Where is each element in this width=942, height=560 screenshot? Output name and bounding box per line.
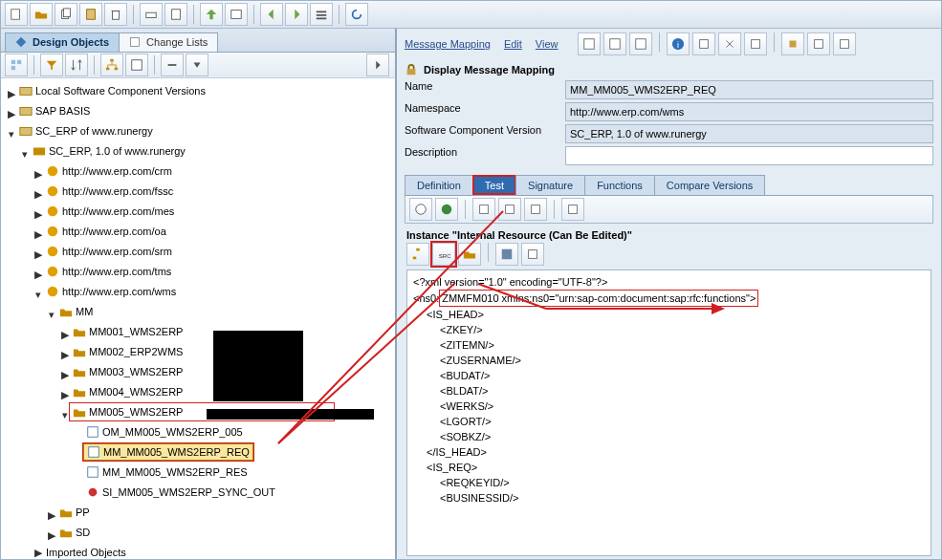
refresh-button[interactable] [345,3,368,26]
filter-button[interactable] [40,54,63,76]
tab-compare[interactable]: Compare Versions [654,175,766,195]
down-button[interactable] [186,54,208,76]
forward-button[interactable] [285,3,308,26]
twisty-icon[interactable]: ▾ [33,286,43,303]
twisty-icon[interactable]: ▶ [33,205,43,223]
r-tb-2[interactable] [603,32,626,55]
r-tb-1[interactable] [578,32,601,55]
tree-ns-tms[interactable]: http://www.erp.com/tms [43,263,174,280]
stb-6[interactable] [561,198,584,221]
twisty-icon[interactable]: ▶ [60,366,70,383]
r-tb-8[interactable] [781,32,804,55]
twisty-icon[interactable]: ▶ [33,165,43,183]
menu-view[interactable]: View [536,38,559,50]
twisty-icon[interactable]: ▶ [33,544,43,560]
menu-edit[interactable]: Edit [504,38,522,50]
xml-line: <IS_HEAD> [427,309,484,320]
tb-btn-9[interactable] [225,3,248,26]
tree-root-sapbasis[interactable]: SAP BASIS [16,102,93,119]
tree-folder-mm[interactable]: MM [56,303,96,320]
twisty-icon[interactable]: ▾ [60,406,70,423]
delete-button[interactable] [104,3,127,26]
tb-btn-6[interactable] [140,3,163,26]
r-tb-3[interactable] [629,32,652,55]
tab-test[interactable]: Test [472,175,516,195]
tab-signature[interactable]: Signature [515,175,585,195]
r-tb-6[interactable] [718,32,741,55]
twisty-icon[interactable]: ▶ [60,386,70,403]
r-tb-info[interactable]: i [667,32,690,55]
copy-button[interactable] [55,3,77,26]
collapse-button[interactable] [161,54,184,76]
hierarchy-button[interactable] [100,54,123,76]
tree-ns-srm[interactable]: http://www.erp.com/srm [43,243,175,260]
tree-imported-objects[interactable]: Imported Objects [43,544,129,560]
xmltb-src[interactable]: SRC [432,243,455,266]
list-button[interactable] [310,3,333,26]
xmltb-del[interactable] [521,243,544,266]
open-button[interactable] [30,3,53,26]
menu-message-mapping[interactable]: Message Mapping [405,38,491,50]
tab-functions[interactable]: Functions [584,175,655,195]
tree-folder-mm004[interactable]: MM004_WMS2ERP [70,383,186,400]
paste-button[interactable] [79,3,102,26]
twisty-icon[interactable]: ▾ [20,145,30,162]
tree-folder-mm001[interactable]: MM001_WMS2ERP [70,323,186,340]
sort-button[interactable] [65,54,88,76]
left-pane-toggle-button[interactable] [366,54,389,76]
twisty-icon[interactable]: ▶ [33,185,43,203]
tree-folder-sd[interactable]: SD [56,524,93,541]
twisty-icon[interactable]: ▶ [47,506,56,524]
tree-ns-crm[interactable]: http://www.erp.com/crm [43,162,175,180]
tree-item-si[interactable]: SI_MM005_WMS2ERP_SYNC_OUT [83,484,278,501]
tree-folder-mm003[interactable]: MM003_WMS2ERP [70,363,186,380]
tree-ns-mes[interactable]: http://www.erp.com/mes [43,203,177,220]
xmltb-tree[interactable] [406,243,429,266]
twisty-icon[interactable]: ▾ [47,306,56,323]
tree-folder-mm002[interactable]: MM002_ERP2WMS [70,343,186,360]
tree-item-mm-req[interactable]: MM_MM005_WMS2ERP_REQ [83,443,253,461]
xml-source-area[interactable]: <?xml version="1.0" encoding="UTF-8"?> <… [406,269,931,556]
twisty-icon[interactable]: ▶ [33,266,43,283]
description-field[interactable] [565,146,933,165]
tb-btn-7[interactable] [164,3,187,26]
r-tb-9[interactable] [807,32,830,55]
twisty-icon[interactable]: ▶ [60,326,70,343]
tree-ns-oa[interactable]: http://www.erp.com/oa [43,223,169,240]
execute-button[interactable] [409,198,432,221]
back-button[interactable] [260,3,283,26]
stb-3[interactable] [472,198,495,221]
tab-change-lists[interactable]: Change Lists [119,32,218,52]
twisty-icon[interactable]: ▶ [60,346,70,363]
twisty-icon[interactable]: ▶ [33,226,43,243]
view-mode-button[interactable] [125,54,148,76]
tree-ns-fssc[interactable]: http://www.erp.com/fssc [43,183,176,200]
twisty-icon[interactable]: ▶ [33,246,43,263]
twisty-icon[interactable]: ▾ [7,125,16,142]
xmltb-save[interactable] [495,243,518,266]
tab-definition[interactable]: Definition [405,175,473,195]
xmltb-load[interactable] [458,243,481,266]
expand-all-button[interactable] [5,54,28,76]
r-tb-7[interactable] [744,32,767,55]
tree-label: Local Software Component Versions [35,82,206,99]
twisty-icon[interactable]: ▶ [47,527,56,544]
object-tree[interactable]: ▶Local Software Component Versions ▶SAP … [1,78,395,560]
r-tb-5[interactable] [692,32,715,55]
run-button[interactable] [435,198,458,221]
tree-item-om[interactable]: OM_MM005_WMS2ERP_005 [83,423,246,441]
twisty-icon[interactable]: ▶ [7,85,16,102]
tree-ns-wms[interactable]: http://www.erp.com/wms [43,283,179,300]
tree-item-mm-res[interactable]: MM_MM005_WMS2ERP_RES [83,463,251,481]
stb-5[interactable] [524,198,547,221]
tree-swcv[interactable]: SC_ERP, 1.0 of www.runergy [30,142,188,160]
stb-4[interactable] [498,198,521,221]
new-button[interactable] [5,3,28,26]
twisty-icon[interactable]: ▶ [7,105,16,122]
r-tb-10[interactable] [833,32,856,55]
tree-root-scerp[interactable]: SC_ERP of www.runergy [16,122,156,140]
tree-root-local[interactable]: Local Software Component Versions [16,82,208,99]
tb-btn-8[interactable] [200,3,223,26]
tab-design-objects[interactable]: Design Objects [5,32,120,52]
tree-folder-pp[interactable]: PP [56,504,93,521]
